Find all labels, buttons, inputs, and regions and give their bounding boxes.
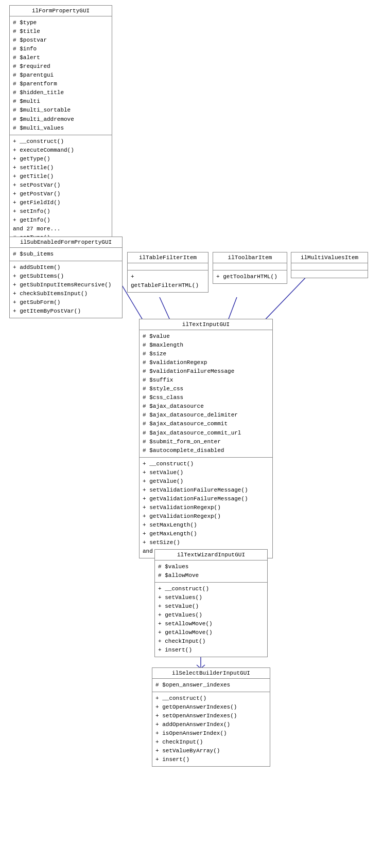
box-ilTextWizardInputGUI: ilTextWizardInputGUI # $values # $allowM… (154, 549, 268, 657)
box-methods-ilMultiValuesItem (291, 270, 368, 278)
box-fields-ilToolbarItem (213, 263, 287, 270)
box-title-ilTextInputGUI: ilTextInputGUI (140, 319, 272, 330)
box-fields-ilTextInputGUI: # $value # $maxlength # $size # $validat… (140, 330, 272, 458)
box-ilFormPropertyGUI: ilFormPropertyGUI # $type # $title # $po… (9, 5, 112, 254)
box-ilSubEnabledFormPropertyGUI: ilSubEnabledFormPropertyGUI # $sub_items… (9, 237, 123, 318)
box-fields-ilMultiValuesItem (291, 263, 368, 270)
box-title-ilToolbarItem: ilToolbarItem (213, 252, 287, 263)
box-ilTableFilterItem: ilTableFilterItem + getTableFilterHTML() (127, 252, 208, 293)
box-title-ilMultiValuesItem: ilMultiValuesItem (291, 252, 368, 263)
box-methods-ilTableFilterItem: + getTableFilterHTML() (128, 270, 208, 292)
box-methods-ilToolbarItem: + getToolbarHTML() (213, 270, 287, 283)
box-ilToolbarItem: ilToolbarItem + getToolbarHTML() (213, 252, 287, 284)
box-methods-ilSubEnabledFormPropertyGUI: + addSubItem() + getSubItems() + getSubI… (10, 261, 122, 318)
box-methods-ilFormPropertyGUI: + __construct() + executeCommand() + get… (10, 135, 112, 254)
box-title-ilSubEnabledFormPropertyGUI: ilSubEnabledFormPropertyGUI (10, 237, 122, 248)
box-ilTextInputGUI: ilTextInputGUI # $value # $maxlength # $… (139, 319, 273, 558)
box-fields-ilTableFilterItem (128, 263, 208, 270)
box-methods-ilSelectBuilderInputGUI: + __construct() + getOpenAnswerIndexes()… (152, 692, 270, 766)
box-fields-ilSelectBuilderInputGUI: # $open_answer_indexes (152, 679, 270, 692)
box-methods-ilTextWizardInputGUI: + __construct() + setValues() + setValue… (155, 583, 267, 657)
box-fields-ilFormPropertyGUI: # $type # $title # $postvar # $info # $a… (10, 16, 112, 135)
box-fields-ilSubEnabledFormPropertyGUI: # $sub_items (10, 248, 122, 261)
box-title-ilSelectBuilderInputGUI: ilSelectBuilderInputGUI (152, 668, 270, 679)
box-title-ilTextWizardInputGUI: ilTextWizardInputGUI (155, 550, 267, 560)
box-ilSelectBuilderInputGUI: ilSelectBuilderInputGUI # $open_answer_i… (152, 667, 270, 767)
box-methods-ilTextInputGUI: + __construct() + setValue() + getValue(… (140, 458, 272, 558)
box-title-ilFormPropertyGUI: ilFormPropertyGUI (10, 6, 112, 16)
box-ilMultiValuesItem: ilMultiValuesItem (291, 252, 368, 278)
box-title-ilTableFilterItem: ilTableFilterItem (128, 252, 208, 263)
diagram-container: ilFormPropertyGUI # $type # $title # $po… (0, 0, 383, 868)
box-fields-ilTextWizardInputGUI: # $values # $allowMove (155, 560, 267, 583)
